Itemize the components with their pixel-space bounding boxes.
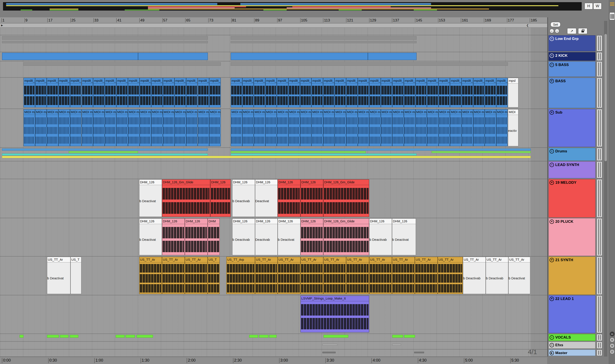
track-header-19-melody[interactable]: ▼19 MELODY (548, 179, 595, 218)
clip[interactable]: mpsl8_sub (288, 78, 300, 107)
lane-drums[interactable] (0, 148, 547, 161)
clip[interactable]: DHM_126_Gm_Glide (323, 179, 369, 217)
track-header-master[interactable]: ▶Master (548, 350, 595, 356)
clip-segment[interactable] (392, 344, 401, 346)
clip[interactable] (2, 41, 208, 43)
clip[interactable]: DHM_126b Deactivat (392, 218, 416, 255)
clip-segment[interactable] (231, 148, 531, 151)
clip-segment[interactable] (322, 352, 336, 353)
clip[interactable]: mpsl8_sub (404, 78, 415, 107)
clip[interactable]: mpsl8_sub (277, 78, 288, 107)
clip[interactable]: DHM_126b Deactivab (232, 218, 255, 255)
clip[interactable]: MIDI mpsl8 (265, 109, 277, 146)
clip[interactable]: DHM_126b Deactivab (232, 179, 255, 217)
rail-toggle-d[interactable]: D (610, 349, 615, 354)
back-arrow-button[interactable]: ← (550, 29, 554, 33)
lane-synth[interactable]: US_TT_Arb DeactivatUS_TUS_TT_ArUS_TT_ArU… (0, 257, 547, 295)
clip[interactable]: DHM_126 (301, 218, 323, 255)
clip[interactable]: MIDI mpsl8 (105, 109, 116, 146)
set-button[interactable]: Set (550, 22, 560, 27)
clip[interactable]: MIDI mpsl8 (231, 109, 242, 146)
clip[interactable] (368, 53, 417, 60)
clip[interactable]: mpsl8_sub (381, 78, 392, 107)
mixer-panel-toggle-icon[interactable] (610, 12, 615, 20)
clip[interactable]: MIDI mpsl8 (254, 109, 265, 146)
clip[interactable]: mpsl8_sub (427, 78, 438, 107)
lane-lead1[interactable]: LSVMP_Strings_Loop_Make_It (0, 295, 547, 333)
clip[interactable]: US_TT_Ar (162, 257, 185, 294)
clip[interactable]: DHM_126 (301, 179, 323, 217)
clip[interactable] (231, 41, 417, 43)
lane-bass[interactable]: mpsl8_submpsl8_submpsl8_submpsl8_submpsl… (0, 78, 547, 108)
clip[interactable]: MIDI mpsl8 (58, 109, 70, 146)
clip[interactable]: mpsl8_sub (140, 78, 151, 107)
clip[interactable]: DHM_126b Deactivat (139, 218, 162, 255)
clip[interactable]: MIDI mpsl8 (163, 109, 175, 146)
clip[interactable]: MIDI mpsl8 (358, 109, 369, 146)
fold-icon[interactable]: ▼ (550, 110, 554, 115)
clip[interactable]: US_TT_Arb Deactivab (463, 257, 486, 294)
group-icon[interactable]: ≡ (550, 53, 554, 58)
track-header-20-pluck[interactable]: ▼20 PLUCK (548, 218, 595, 256)
clip[interactable]: mpsl8_sub (496, 78, 508, 107)
clip[interactable]: MIDI mpsl8 (438, 109, 450, 146)
clip[interactable]: mpsl8_sub (334, 78, 346, 107)
width-zoom-button[interactable]: W (593, 3, 601, 9)
clip-segment[interactable] (2, 148, 208, 151)
clip[interactable]: MIDI mpsl8 (427, 109, 438, 146)
clip-segment[interactable] (269, 335, 276, 338)
beat-ruler[interactable]: 1917253341495765738189971051131211291371… (0, 17, 547, 23)
fold-icon[interactable]: ▼ (550, 220, 554, 224)
clip-segment[interactable] (69, 151, 138, 153)
clip[interactable]: US_T (208, 257, 220, 294)
lane-bass-grp[interactable] (0, 61, 547, 77)
group-icon[interactable]: ≡ (550, 149, 554, 154)
clip[interactable]: MIDIeactiv (508, 109, 519, 146)
clip-segment[interactable] (2, 156, 531, 158)
clip[interactable]: MIDI mpsl8 (485, 109, 496, 146)
clip[interactable]: MIDI mpsl8 (116, 109, 128, 146)
clip[interactable]: MIDI mpsl8 (312, 109, 323, 146)
rail-toggle-r[interactable]: R (610, 338, 615, 342)
lane-melody[interactable]: DHM_126b DeactivatDHM_126_Gm_GlideDHM_12… (0, 179, 547, 218)
clip[interactable]: mpsl8_sub (186, 78, 198, 107)
clip[interactable]: MIDI mpsl8 (93, 109, 105, 146)
clip[interactable]: MIDI mpsl8 (369, 109, 381, 146)
clip[interactable]: DHM_126b Deactivab (369, 218, 392, 255)
track-header-lead-synth[interactable]: ≡LEAD SYNTH (548, 161, 595, 178)
clip[interactable]: MIDI mpsl8 (35, 109, 47, 146)
scrollbar-thumb[interactable] (604, 34, 607, 161)
clip[interactable]: US_T (70, 257, 82, 294)
clip[interactable]: US_TT_Ar (438, 257, 463, 294)
clip[interactable]: MIDI mpsl8 (70, 109, 82, 146)
clip[interactable]: DHM_126 (278, 179, 301, 217)
clip[interactable]: MIDI mpsl8 (473, 109, 485, 146)
clip[interactable]: DHM (208, 218, 220, 255)
scroll-left-icon[interactable]: ❮ (526, 24, 529, 27)
track-header-22-lead-1[interactable]: ▼22 LEAD 1 (548, 295, 595, 333)
clip-segment[interactable] (125, 335, 135, 338)
clip[interactable]: MIDI mpsl8 (346, 109, 358, 146)
clip[interactable] (2, 36, 208, 40)
clip[interactable]: DHM_126b Deactivat (278, 218, 301, 255)
clip[interactable]: DHM_126_Gm_Glide (162, 179, 210, 217)
track-header-bass[interactable]: ▼BASS (548, 78, 595, 108)
group-icon[interactable]: ≡ (550, 343, 554, 347)
lane-efxs[interactable] (0, 342, 547, 349)
clip[interactable]: mpsl8_sub (24, 78, 35, 107)
clip-segment[interactable] (47, 335, 59, 338)
clip-segment[interactable] (231, 154, 417, 156)
clip[interactable]: mpsl8_sub (438, 78, 450, 107)
clip[interactable]: mpsl8_sub (392, 78, 404, 107)
clip[interactable]: mpsl8_sub (462, 78, 473, 107)
clip[interactable]: DHM_126 (162, 218, 185, 255)
clip-segment[interactable] (231, 151, 366, 153)
lock-button[interactable] (578, 28, 587, 34)
clip-segment[interactable] (70, 335, 78, 338)
lane-kick[interactable] (0, 52, 547, 61)
clip[interactable]: MIDI mpsl8 (198, 109, 209, 146)
clip[interactable] (231, 62, 508, 66)
vertical-scrollbar[interactable] (604, 21, 607, 357)
track-header-vocals[interactable]: ≡VOCALS (548, 334, 595, 341)
group-icon[interactable]: ≡ (550, 63, 554, 67)
